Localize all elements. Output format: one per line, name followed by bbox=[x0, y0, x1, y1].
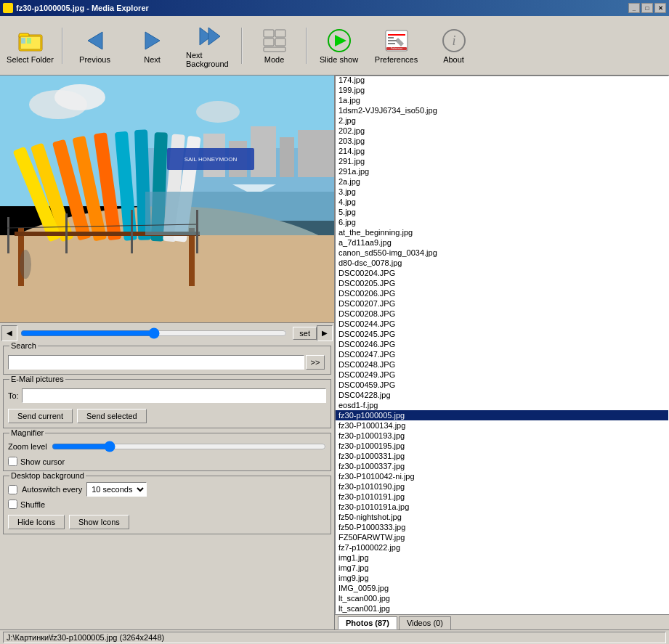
file-list-item[interactable]: DSC00244.JPG bbox=[336, 319, 668, 329]
svg-rect-36 bbox=[298, 130, 334, 177]
svg-marker-15 bbox=[335, 35, 346, 46]
maximize-button[interactable]: □ bbox=[641, 3, 653, 13]
file-list-item[interactable]: DSC00206.JPG bbox=[336, 288, 668, 298]
tabs-strip: Photos (87) Videos (0) bbox=[335, 614, 669, 629]
show-cursor-checkbox[interactable] bbox=[8, 457, 17, 466]
send-selected-button[interactable]: Send selected bbox=[77, 409, 147, 423]
slide-show-button[interactable]: Slide show bbox=[312, 20, 366, 71]
next-button[interactable]: Next bbox=[125, 20, 179, 71]
shuffle-checkbox[interactable] bbox=[8, 500, 17, 509]
file-list-item[interactable]: IMG_0059.jpg bbox=[336, 583, 668, 593]
file-list-item[interactable]: canon_sd550-img_0034.jpg bbox=[336, 248, 668, 258]
svg-rect-12 bbox=[275, 38, 285, 46]
videos-tab[interactable]: Videos (0) bbox=[399, 616, 451, 629]
file-list-item[interactable]: DSC00459.JPG bbox=[336, 380, 668, 390]
interval-dropdown[interactable]: 10 seconds30 seconds1 minute5 minutes10 … bbox=[86, 482, 147, 497]
file-list-item[interactable]: fz30-P1010042-ni.jpg bbox=[336, 471, 668, 481]
file-list-item[interactable]: img1.jpg bbox=[336, 553, 668, 563]
file-list-item[interactable]: FZ50FARWTW.jpg bbox=[336, 532, 668, 542]
svg-point-28 bbox=[196, 101, 240, 123]
file-list-item[interactable]: 6.jpg bbox=[336, 217, 668, 227]
file-list-item[interactable]: lt_scan000.jpg bbox=[336, 593, 668, 603]
next-background-icon bbox=[197, 23, 223, 49]
send-current-button[interactable]: Send current bbox=[8, 409, 73, 423]
nav-right-button[interactable]: ▶ bbox=[317, 325, 333, 341]
file-list-item[interactable]: 203.jpg bbox=[336, 136, 668, 146]
previous-button[interactable]: Previous bbox=[68, 20, 122, 71]
file-list-item[interactable]: DSC00247.JPG bbox=[336, 349, 668, 359]
nav-strip: ◀ set ▶ bbox=[0, 322, 334, 343]
file-list-item[interactable]: DSC00205.JPG bbox=[336, 278, 668, 288]
next-background-button[interactable]: Next Background bbox=[182, 20, 237, 71]
file-list-item[interactable]: fz30-p1010191.jpg bbox=[336, 492, 668, 502]
window-title: fz30-p1000005.jpg - Media Explorer bbox=[16, 4, 149, 12]
set-button[interactable]: set bbox=[293, 327, 317, 340]
file-list-item[interactable]: fz30-p1010191a.jpg bbox=[336, 502, 668, 512]
file-list-item[interactable]: DSC00207.JPG bbox=[336, 298, 668, 309]
file-list-item[interactable]: 2.jpg bbox=[336, 115, 668, 126]
file-list-item[interactable]: d80-dsc_0078.jpg bbox=[336, 258, 668, 268]
file-list-item[interactable]: eosd1-f.jpg bbox=[336, 400, 668, 410]
status-text: J:\Картинки\fz30-p1000005.jpg (3264x2448… bbox=[3, 632, 666, 643]
file-list-item[interactable]: DSC00245.JPG bbox=[336, 329, 668, 339]
file-list-item[interactable]: fz30-p1000337.jpg bbox=[336, 461, 668, 471]
show-icons-button[interactable]: Show Icons bbox=[69, 515, 129, 529]
nav-left-button[interactable]: ◀ bbox=[1, 325, 17, 341]
file-list-item[interactable]: fz50-P1000333.jpg bbox=[336, 522, 668, 532]
file-list-item[interactable]: a_7d11aa9.jpg bbox=[336, 237, 668, 248]
file-list-item[interactable]: fz7-p1000022.jpg bbox=[336, 542, 668, 553]
svg-text:SAIL HONEYMOON: SAIL HONEYMOON bbox=[185, 156, 238, 163]
file-list-item[interactable]: 291.jpg bbox=[336, 156, 668, 166]
file-list-item[interactable]: img7.jpg bbox=[336, 563, 668, 573]
file-list-item[interactable]: DSC00249.JPG bbox=[336, 370, 668, 380]
autoswitch-checkbox[interactable] bbox=[8, 485, 17, 494]
file-list-item[interactable]: 1a.jpg bbox=[336, 95, 668, 105]
select-folder-button[interactable]: Select Folder bbox=[3, 20, 57, 71]
zoom-slider[interactable] bbox=[52, 441, 326, 452]
file-list-item[interactable]: 199.jpg bbox=[336, 85, 668, 95]
file-list-item[interactable]: at_the_beginning.jpg bbox=[336, 227, 668, 237]
mode-button[interactable]: Mode bbox=[247, 20, 301, 71]
photos-tab[interactable]: Photos (87) bbox=[338, 616, 397, 629]
file-list-item[interactable]: fz30-p1010190.jpg bbox=[336, 481, 668, 492]
file-list-item[interactable]: 5.jpg bbox=[336, 207, 668, 217]
file-list-item[interactable]: DSC00204.JPG bbox=[336, 268, 668, 278]
file-list-item[interactable]: fz30-p1000005.jpg bbox=[336, 410, 668, 420]
file-list-item[interactable]: 2a.jpg bbox=[336, 176, 668, 187]
file-list-item[interactable]: DSC00246.JPG bbox=[336, 339, 668, 349]
email-buttons: Send current Send selected bbox=[8, 409, 326, 423]
file-list-item[interactable]: 3.jpg bbox=[336, 187, 668, 197]
svg-rect-34 bbox=[251, 126, 276, 177]
toolbar-separator-3 bbox=[306, 28, 307, 64]
preferences-button[interactable]: Preferences Preferences bbox=[369, 20, 423, 71]
close-button[interactable]: ✕ bbox=[654, 3, 666, 13]
search-button[interactable]: >> bbox=[306, 355, 325, 370]
file-list-item[interactable]: 202.jpg bbox=[336, 126, 668, 136]
image-slider[interactable] bbox=[20, 327, 287, 339]
file-list-item[interactable]: fz30-P1000134.jpg bbox=[336, 420, 668, 431]
file-list-item[interactable]: 174.jpg bbox=[336, 76, 668, 85]
file-list-item[interactable]: fz30-p1000193.jpg bbox=[336, 431, 668, 441]
file-list-item[interactable]: DSC00248.JPG bbox=[336, 359, 668, 370]
file-list-item[interactable]: 214.jpg bbox=[336, 146, 668, 156]
file-list-item[interactable]: DSC04228.jpg bbox=[336, 390, 668, 400]
minimize-button[interactable]: _ bbox=[628, 3, 640, 13]
magnifier-content: Zoom level Show cursor bbox=[8, 441, 326, 466]
hide-show-buttons: Hide Icons Show Icons bbox=[8, 515, 326, 529]
hide-icons-button[interactable]: Hide Icons bbox=[8, 515, 65, 529]
file-list-item[interactable]: fz30-p1000331.jpg bbox=[336, 451, 668, 461]
file-list-item[interactable]: img9.jpg bbox=[336, 573, 668, 583]
file-list-item[interactable]: 4.jpg bbox=[336, 197, 668, 207]
email-to-input[interactable] bbox=[22, 388, 326, 403]
file-list-item[interactable]: DSC00208.JPG bbox=[336, 309, 668, 319]
about-button[interactable]: i About bbox=[426, 20, 481, 71]
file-list-item[interactable]: fz50-nightshot.jpg bbox=[336, 512, 668, 522]
file-list-item[interactable]: 1dsm2-VJ9J6734_iso50.jpg bbox=[336, 105, 668, 115]
magnifier-label: Magnifier bbox=[9, 428, 45, 437]
file-list-item[interactable]: lt_scan001.jpg bbox=[336, 603, 668, 614]
folder-icon bbox=[17, 28, 44, 54]
file-list-item[interactable]: 291a.jpg bbox=[336, 166, 668, 176]
file-list-item[interactable]: fz30-p1000195.jpg bbox=[336, 441, 668, 451]
search-input[interactable] bbox=[8, 355, 304, 370]
image-area: SAIL HONEYMOON bbox=[0, 76, 334, 322]
